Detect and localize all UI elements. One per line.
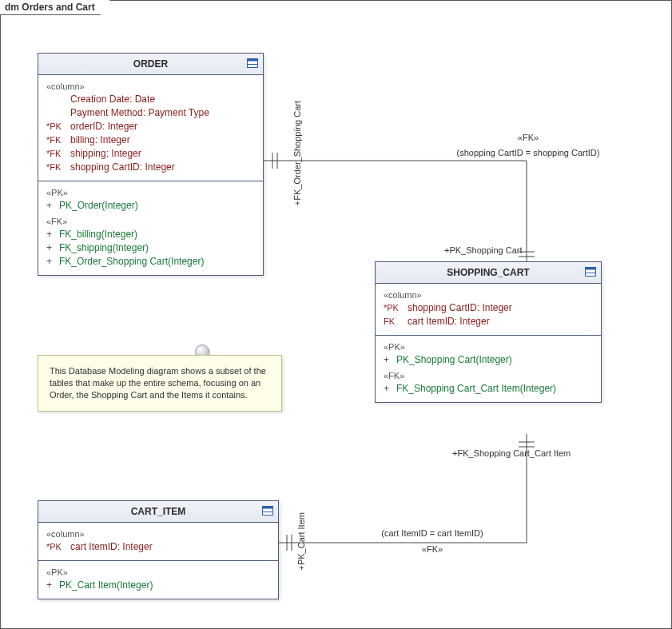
connector-order-cart-join: (shopping CartID = shopping CartID) — [416, 148, 640, 157]
diagram-title: dm Orders and Cart — [5, 2, 95, 13]
columns-stereotype: «column» — [384, 290, 593, 300]
fk-stereotype: «FK» — [384, 371, 593, 380]
columns-stereotype: «column» — [46, 529, 270, 539]
column-row: FKcart ItemID: Integer — [384, 315, 593, 328]
pk-stereotype: «PK» — [46, 567, 270, 577]
diagram-canvas: dm Orders and Cart +FK_Order_Shopping Ca… — [0, 0, 672, 629]
connector-cart-item-stereotype: «FK» — [356, 544, 508, 554]
entity-cart-item[interactable]: CART_ITEM «column» *PKcart ItemID: Integ… — [38, 500, 279, 599]
pk-row: +PK_Shopping Cart(Integer) — [384, 353, 593, 366]
fk-row: +FK_Shopping Cart_Cart Item(Integer) — [384, 382, 593, 395]
entity-shopping-cart-keys: «PK» +PK_Shopping Cart(Integer) «FK» +FK… — [376, 335, 601, 402]
connector-order-cart-stereotype: «FK» — [456, 133, 600, 142]
pk-stereotype: «PK» — [46, 188, 255, 197]
entity-order-columns: «column» Creation Date: Date Payment Met… — [38, 75, 263, 181]
connector-cart-item-join: (cart ItemID = cart ItemID) — [356, 528, 508, 538]
column-row: *PKshopping CartID: Integer — [384, 301, 593, 314]
diagram-note[interactable]: This Database Modeling diagram shows a s… — [38, 355, 282, 412]
svg-rect-1 — [248, 58, 258, 61]
fk-row: +FK_shipping(Integer) — [46, 241, 255, 254]
column-row: *FKbilling: Integer — [46, 133, 255, 146]
column-row: *FKshopping CartID: Integer — [46, 161, 255, 173]
entity-shopping-cart-columns: «column» *PKshopping CartID: Integer FKc… — [376, 284, 601, 335]
entity-shopping-cart-name: SHOPPING_CART — [447, 267, 529, 278]
column-row: *FKshipping: Integer — [46, 147, 255, 160]
fk-stereotype: «FK» — [46, 217, 255, 226]
connector-order-cart-fk-label: +FK_Order_Shopping Cart — [292, 101, 302, 205]
diagram-title-tab: dm Orders and Cart — [0, 0, 110, 15]
table-icon — [262, 504, 273, 516]
column-row: *PKcart ItemID: Integer — [46, 540, 270, 553]
pk-row: +PK_Order(Integer) — [46, 199, 255, 212]
entity-order-keys: «PK» +PK_Order(Integer) «FK» +FK_billing… — [38, 181, 263, 275]
connector-cart-item-fk-label: +FK_Shopping Cart_Cart Item — [452, 448, 571, 458]
pk-row: +PK_Cart Item(Integer) — [46, 579, 270, 591]
entity-order-name: ORDER — [133, 58, 168, 70]
entity-shopping-cart[interactable]: SHOPPING_CART «column» *PKshopping CartI… — [375, 261, 602, 403]
column-row: *PKorderID: Integer — [46, 120, 255, 133]
entity-cart-item-keys: «PK» +PK_Cart Item(Integer) — [38, 560, 278, 599]
columns-stereotype: «column» — [46, 82, 255, 91]
table-icon — [585, 265, 596, 277]
column-row: Payment Method: Payment Type — [46, 106, 255, 119]
table-icon — [247, 57, 258, 68]
entity-cart-item-columns: «column» *PKcart ItemID: Integer — [38, 523, 278, 560]
column-row: Creation Date: Date — [46, 93, 255, 105]
entity-cart-item-name: CART_ITEM — [131, 506, 186, 517]
connector-order-cart-pk-label: +PK_Shopping Cart — [444, 245, 523, 255]
fk-row: +FK_billing(Integer) — [46, 228, 255, 241]
entity-order[interactable]: ORDER «column» Creation Date: Date Payme… — [38, 53, 264, 276]
connector-cart-item-pk-label: +PK_Cart Item — [296, 512, 306, 570]
entity-cart-item-header: CART_ITEM — [38, 501, 278, 523]
entity-order-header: ORDER — [38, 54, 263, 75]
svg-rect-4 — [586, 267, 596, 269]
entity-shopping-cart-header: SHOPPING_CART — [376, 262, 601, 284]
pk-stereotype: «PK» — [384, 342, 593, 352]
svg-rect-7 — [263, 506, 273, 508]
diagram-note-text: This Database Modeling diagram shows a s… — [50, 366, 266, 400]
fk-row: +FK_Order_Shopping Cart(Integer) — [46, 255, 255, 268]
